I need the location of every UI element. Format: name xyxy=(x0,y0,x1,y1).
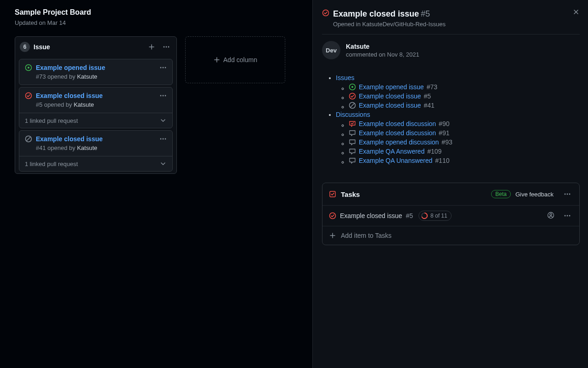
card-author[interactable]: Katsute xyxy=(77,144,97,151)
card-title[interactable]: Example opened issue xyxy=(36,64,156,71)
column-issue: 6 Issue Example opened issue #73 opened … xyxy=(15,36,177,174)
chevron-down-icon xyxy=(159,117,167,124)
comment-meta: commented on Nov 8, 2021 xyxy=(346,51,419,58)
column-add-button[interactable] xyxy=(146,41,157,52)
panel-repo-link[interactable]: KatsuteDev/GitHub-Red-Issues xyxy=(362,21,446,28)
panel-issue-number: #5 xyxy=(421,9,430,18)
discussion-icon xyxy=(349,138,356,146)
card-meta: #73 opened by Katsute xyxy=(36,73,156,80)
column-count-badge: 6 xyxy=(20,42,30,52)
comment-body: Issues Example opened issue #73 Example … xyxy=(322,72,580,166)
add-column-label: Add column xyxy=(223,56,257,63)
beta-badge: Beta xyxy=(491,190,511,198)
comment-author[interactable]: Katsute xyxy=(346,43,419,50)
card-menu-button[interactable] xyxy=(159,135,167,151)
assignee-icon[interactable] xyxy=(547,212,555,220)
issue-closed-icon xyxy=(322,9,329,17)
task-item-number: #5 xyxy=(406,212,413,219)
issue-open-icon xyxy=(349,83,356,91)
task-item[interactable]: Example closed issue #5 8 of 11 xyxy=(322,206,579,226)
panel-title: Example closed issue xyxy=(333,9,419,18)
add-column-button[interactable]: Add column xyxy=(185,36,285,83)
issue-link[interactable]: Example opened issue xyxy=(359,83,424,91)
discussion-icon xyxy=(349,157,356,164)
close-button[interactable] xyxy=(572,8,580,16)
discussion-link[interactable]: Example closed discussion xyxy=(359,120,436,127)
progress-icon xyxy=(421,212,428,219)
discussion-number: #90 xyxy=(439,120,449,127)
add-task-label: Add item to Tasks xyxy=(341,232,391,239)
card-author[interactable]: Katsute xyxy=(74,101,94,108)
discussion-number: #109 xyxy=(427,148,441,155)
card-title[interactable]: Example closed issue xyxy=(36,135,156,143)
issue-notplanned-icon xyxy=(25,135,32,151)
discussion-number: #110 xyxy=(435,157,449,164)
issue-link[interactable]: Example closed issue xyxy=(359,102,421,109)
issue-link[interactable]: Example closed issue xyxy=(359,92,421,100)
discussion-link[interactable]: Example QA Unanswered xyxy=(359,157,432,164)
card-linked-footer[interactable]: 1 linked pull request xyxy=(19,113,172,128)
linked-pr-text: 1 linked pull request xyxy=(25,161,78,167)
issue-card[interactable]: Example closed issue #41 opened by Katsu… xyxy=(19,130,173,172)
tasks-box: Tasks Beta Give feedback Example closed … xyxy=(322,183,580,245)
discussion-icon xyxy=(349,148,356,155)
linked-pr-text: 1 linked pull request xyxy=(25,117,78,124)
plus-icon xyxy=(329,232,336,239)
discussion-link[interactable]: Example opened discussion xyxy=(359,138,439,146)
discussion-link[interactable]: Example closed discussion xyxy=(359,129,436,137)
issue-number: #5 xyxy=(424,92,431,100)
board-updated: Updated on Mar 14 xyxy=(15,19,301,26)
issue-closed-icon xyxy=(25,92,32,108)
tasks-menu-button[interactable] xyxy=(562,189,573,200)
issue-card[interactable]: Example closed issue #5 opened by Katsut… xyxy=(19,87,173,128)
issue-notplanned-icon xyxy=(349,102,356,109)
issue-closed-icon xyxy=(329,212,336,219)
issues-heading-link[interactable]: Issues xyxy=(336,74,354,81)
column-menu-button[interactable] xyxy=(161,41,172,52)
discussion-number: #91 xyxy=(439,129,449,137)
issue-card[interactable]: Example opened issue #73 opened by Katsu… xyxy=(19,59,173,85)
card-linked-footer[interactable]: 1 linked pull request xyxy=(19,156,172,171)
issue-side-panel: Example closed issue #5 Opened in Katsut… xyxy=(312,0,588,368)
tasks-title: Tasks xyxy=(341,190,486,198)
issue-closed-icon xyxy=(349,92,356,100)
discussion-icon xyxy=(349,120,356,127)
task-item-menu-button[interactable] xyxy=(562,210,573,221)
chevron-down-icon xyxy=(159,160,167,167)
avatar[interactable]: Dev xyxy=(322,41,340,59)
board-title: Sample Project Board xyxy=(15,8,301,17)
panel-opened-in: Opened in KatsuteDev/GitHub-Red-Issues xyxy=(333,21,580,28)
card-menu-button[interactable] xyxy=(159,64,167,80)
column-title: Issue xyxy=(34,43,142,51)
add-task-button[interactable]: Add item to Tasks xyxy=(322,226,579,245)
card-meta: #5 opened by Katsute xyxy=(36,101,156,108)
card-menu-button[interactable] xyxy=(159,92,167,108)
issue-open-icon xyxy=(25,64,32,80)
discussions-heading-link[interactable]: Discussions xyxy=(336,111,370,118)
task-progress-pill: 8 of 11 xyxy=(418,211,452,221)
tasklist-icon xyxy=(329,190,336,198)
discussion-link[interactable]: Example QA Answered xyxy=(359,148,424,155)
issue-number: #73 xyxy=(427,83,437,91)
discussion-number: #93 xyxy=(441,138,452,146)
discussion-icon xyxy=(349,129,356,137)
card-meta: #41 opened by Katsute xyxy=(36,144,156,151)
issue-number: #41 xyxy=(424,102,434,109)
feedback-link[interactable]: Give feedback xyxy=(515,191,554,198)
plus-icon xyxy=(213,56,220,63)
card-title[interactable]: Example closed issue xyxy=(36,92,156,99)
task-item-title: Example closed issue xyxy=(340,212,402,219)
card-author[interactable]: Katsute xyxy=(77,73,97,80)
